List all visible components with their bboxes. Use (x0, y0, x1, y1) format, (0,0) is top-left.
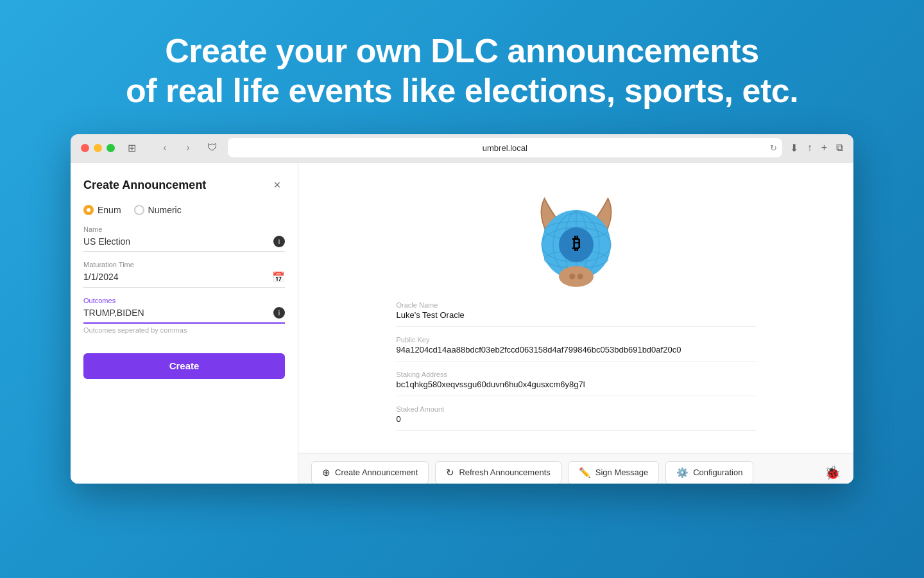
oracle-staking-row: Staking Address bc1qhkg580xeqvssgu60duvn… (397, 371, 756, 396)
plus-circle-icon: ⊕ (322, 467, 330, 478)
download-icon[interactable]: ⬇ (790, 142, 798, 154)
name-info-icon[interactable]: i (273, 236, 285, 247)
svg-point-11 (577, 274, 583, 279)
browser-window: ⊞ ‹ › 🛡 umbrel.local ↻ ⬇ ↑ + ⧉ Create An… (71, 134, 853, 484)
panel-title: Create Announcement (83, 179, 206, 192)
browser-toolbar-right: ⬇ ↑ + ⧉ (790, 142, 843, 154)
config-icon: ⚙️ (676, 467, 689, 478)
oracle-name-row: Oracle Name Luke's Test Oracle (397, 301, 756, 327)
traffic-light-yellow[interactable] (94, 144, 102, 152)
name-input-row: i (83, 236, 285, 252)
outcomes-field-group: Outcomes i Outcomes seperated by commas (83, 297, 285, 334)
maturation-field-group: Maturation Time 📅 (83, 261, 285, 288)
bug-button[interactable]: 🐞 (825, 465, 841, 480)
headline-line2: of real life events like elections, spor… (126, 71, 798, 110)
oracle-staked-row: Staked Amount 0 (397, 405, 756, 431)
oracle-logo: ₿ (518, 175, 634, 291)
tabs-icon[interactable]: ⧉ (836, 142, 843, 153)
refresh-announcements-button[interactable]: ↻ Refresh Announcements (435, 461, 561, 484)
browser-nav: ‹ › (156, 139, 197, 157)
calendar-icon[interactable]: 📅 (272, 271, 285, 283)
headline-line1: Create your own DLC announcements (126, 31, 798, 71)
numeric-radio[interactable]: Numeric (134, 205, 182, 215)
close-button[interactable]: × (270, 178, 285, 193)
share-icon[interactable]: ↑ (807, 142, 812, 153)
traffic-lights (81, 144, 115, 152)
create-announcement-panel: Create Announcement × Enum Numeric Name (71, 162, 298, 484)
oracle-pubkey-label: Public Key (397, 336, 756, 344)
outcomes-label: Outcomes (83, 297, 285, 304)
action-toolbar: ⊕ Create Announcement ↻ Refresh Announce… (298, 453, 853, 484)
oracle-staked-value: 0 (397, 414, 756, 424)
oracle-name-value: Luke's Test Oracle (397, 310, 756, 320)
svg-point-10 (569, 274, 575, 279)
add-tab-icon[interactable]: + (821, 142, 827, 153)
type-radio-group: Enum Numeric (83, 205, 285, 215)
maturation-input-row: 📅 (83, 271, 285, 288)
numeric-label: Numeric (148, 205, 182, 215)
sidebar-toggle-icon[interactable]: ⊞ (123, 139, 141, 157)
name-label: Name (83, 225, 285, 233)
browser-titlebar: ⊞ ‹ › 🛡 umbrel.local ↻ ⬇ ↑ + ⧉ (71, 134, 853, 162)
oracle-pubkey-value: 94a1204cd14aa88bdcf03eb2fccd063158d4af79… (397, 345, 756, 355)
oracle-details: Oracle Name Luke's Test Oracle Public Ke… (397, 301, 756, 440)
back-button[interactable]: ‹ (156, 139, 174, 157)
outcomes-input[interactable] (83, 308, 268, 318)
maturation-input[interactable] (83, 272, 267, 282)
numeric-radio-circle (134, 205, 144, 215)
sign-message-label: Sign Message (595, 468, 648, 477)
oracle-staking-value: bc1qhkg580xeqvssgu60duvn6hu0x4gusxcm6y8g… (397, 380, 756, 389)
configuration-label: Configuration (693, 468, 742, 477)
svg-text:₿: ₿ (572, 234, 580, 252)
browser-content: Create Announcement × Enum Numeric Name (71, 162, 853, 484)
outcomes-info-icon[interactable]: i (273, 307, 285, 319)
traffic-light-red[interactable] (81, 144, 89, 152)
refresh-icon[interactable]: ↻ (770, 143, 777, 153)
shield-icon: 🛡 (205, 140, 220, 155)
configuration-button[interactable]: ⚙️ Configuration (665, 461, 753, 484)
traffic-light-green[interactable] (107, 144, 115, 152)
enum-label: Enum (98, 205, 121, 215)
oracle-pubkey-row: Public Key 94a1204cd14aa88bdcf03eb2fccd0… (397, 336, 756, 362)
panel-header: Create Announcement × (83, 178, 285, 193)
create-announcement-button[interactable]: ⊕ Create Announcement (311, 461, 429, 484)
name-input[interactable] (83, 236, 268, 247)
outcomes-input-row: i (83, 307, 285, 324)
forward-button[interactable]: › (179, 139, 197, 157)
enum-radio-circle (83, 205, 94, 215)
main-panel: ₿ Oracle Name Luke's Test Oracle Public … (298, 162, 853, 484)
sign-message-button[interactable]: ✏️ Sign Message (568, 461, 659, 484)
refresh-announcements-label: Refresh Announcements (459, 468, 550, 477)
headline: Create your own DLC announcements of rea… (126, 0, 798, 111)
refresh-icon: ↻ (446, 467, 454, 478)
enum-radio[interactable]: Enum (83, 205, 121, 215)
oracle-staked-label: Staked Amount (397, 405, 756, 413)
maturation-label: Maturation Time (83, 261, 285, 268)
address-bar[interactable]: umbrel.local ↻ (228, 138, 782, 157)
name-field-group: Name i (83, 225, 285, 252)
create-announcement-label: Create Announcement (335, 468, 418, 477)
create-button[interactable]: Create (83, 353, 285, 379)
oracle-staking-label: Staking Address (397, 371, 756, 378)
outcomes-hint: Outcomes seperated by commas (83, 326, 285, 334)
oracle-name-label: Oracle Name (397, 301, 756, 309)
pencil-icon: ✏️ (579, 467, 591, 478)
address-text: umbrel.local (483, 143, 527, 153)
oracle-info-section: ₿ Oracle Name Luke's Test Oracle Public … (298, 162, 853, 453)
svg-point-9 (559, 266, 594, 286)
